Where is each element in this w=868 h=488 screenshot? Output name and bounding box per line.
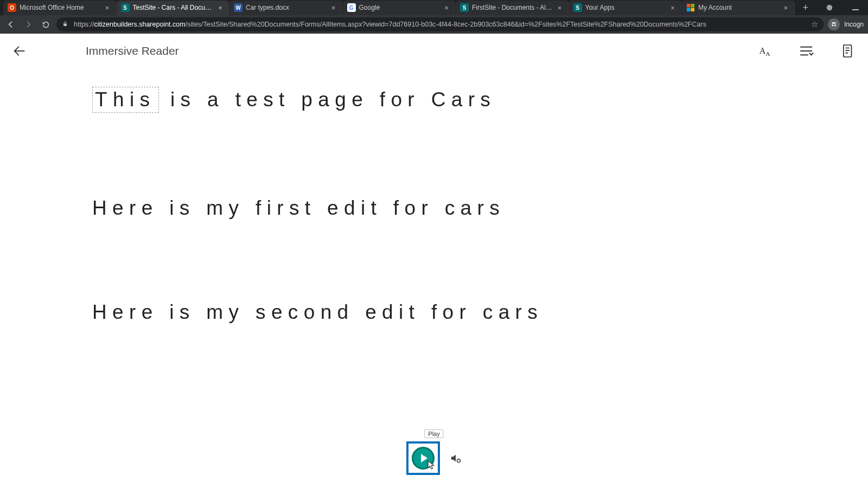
favicon: G bbox=[347, 3, 356, 12]
tab-your-apps[interactable]: SYour Apps× bbox=[569, 1, 682, 15]
toolbar-right: Incogn bbox=[828, 18, 864, 30]
svg-rect-3 bbox=[691, 8, 695, 12]
grammar-options-button[interactable] bbox=[797, 41, 817, 61]
tab-car-types[interactable]: WCar types.docx× bbox=[229, 1, 342, 15]
svg-rect-6 bbox=[63, 23, 67, 26]
tab-close-icon[interactable]: × bbox=[443, 4, 450, 11]
reader-toolbar: AA bbox=[756, 41, 858, 61]
reader-content: This is a test page for Cars Here is my … bbox=[0, 87, 868, 324]
play-button[interactable] bbox=[406, 441, 440, 475]
svg-rect-0 bbox=[687, 4, 691, 8]
favicon: S bbox=[573, 3, 582, 12]
tab-testsite-cars[interactable]: STestSite - Cars - All Documents× bbox=[117, 1, 229, 15]
svg-point-7 bbox=[832, 24, 834, 27]
play-icon bbox=[421, 454, 427, 463]
svg-rect-11 bbox=[844, 45, 852, 57]
tab-title: FirstSite - Documents - All Docu… bbox=[472, 4, 553, 11]
extensions-icon[interactable] bbox=[826, 4, 833, 11]
tab-title: TestSite - Cars - All Documents bbox=[133, 4, 214, 11]
incognito-label: Incogn bbox=[844, 21, 864, 28]
tab-title: Microsoft Office Home bbox=[20, 4, 100, 11]
new-tab-button[interactable]: + bbox=[803, 3, 809, 12]
star-icon[interactable]: ☆ bbox=[811, 20, 818, 29]
tab-firstsite-docs[interactable]: SFirstSite - Documents - All Docu…× bbox=[456, 1, 569, 15]
svg-point-4 bbox=[827, 5, 833, 11]
favicon: S bbox=[121, 3, 130, 12]
svg-rect-2 bbox=[687, 8, 691, 12]
paragraph-1-rest: is a test page for Cars bbox=[159, 88, 496, 111]
svg-text:A: A bbox=[760, 46, 766, 55]
tab-close-icon[interactable]: × bbox=[216, 4, 224, 11]
cursor-icon bbox=[427, 460, 436, 470]
address-bar[interactable]: https://citizenbuilders.sharepoint.com/s… bbox=[56, 17, 824, 31]
browser-chrome: OMicrosoft Office Home×STestSite - Cars … bbox=[0, 0, 868, 34]
tab-title: My Account bbox=[698, 4, 779, 11]
tab-close-icon[interactable]: × bbox=[556, 4, 564, 11]
incognito-avatar[interactable] bbox=[828, 18, 840, 30]
nav-reload-button[interactable] bbox=[39, 18, 52, 31]
text-preferences-button[interactable]: AA bbox=[756, 41, 776, 61]
reader-header: Immersive Reader AA bbox=[0, 34, 868, 68]
nav-back-button[interactable] bbox=[4, 18, 17, 31]
tab-title: Your Apps bbox=[585, 4, 666, 11]
tabstrip-controls: + bbox=[795, 3, 865, 12]
playback-controls: Play bbox=[0, 441, 868, 475]
paragraph-3: Here is my second edit for cars bbox=[92, 301, 868, 324]
url-host: citizenbuilders.sharepoint.com bbox=[94, 21, 186, 28]
tab-office-home[interactable]: OMicrosoft Office Home× bbox=[3, 1, 116, 15]
svg-rect-1 bbox=[691, 4, 695, 8]
address-row: https://citizenbuilders.sharepoint.com/s… bbox=[0, 15, 868, 34]
lock-icon bbox=[62, 21, 69, 29]
svg-text:A: A bbox=[765, 50, 770, 57]
tab-title: Car types.docx bbox=[246, 4, 327, 11]
tab-close-icon[interactable]: × bbox=[669, 4, 676, 11]
url-scheme: https:// bbox=[74, 21, 94, 28]
tab-google[interactable]: GGoogle× bbox=[343, 1, 456, 15]
favicon: O bbox=[8, 3, 16, 12]
tab-close-icon[interactable]: × bbox=[782, 4, 790, 11]
window-minimize-button[interactable] bbox=[852, 4, 859, 11]
voice-settings-button[interactable] bbox=[450, 452, 462, 464]
paragraph-2: Here is my first edit for cars bbox=[92, 197, 868, 220]
play-tooltip: Play bbox=[424, 429, 443, 438]
svg-rect-5 bbox=[852, 9, 859, 10]
tab-close-icon[interactable]: × bbox=[330, 4, 337, 11]
favicon bbox=[686, 3, 695, 12]
paragraph-1: This is a test page for Cars bbox=[92, 87, 868, 113]
tab-title: Google bbox=[359, 4, 440, 11]
reader-back-button[interactable] bbox=[10, 41, 29, 61]
nav-forward-button[interactable] bbox=[22, 18, 35, 31]
url-path: /sites/TestSite/Shared%20Documents/Forms… bbox=[186, 21, 706, 28]
reader-title: Immersive Reader bbox=[86, 44, 179, 57]
reading-preferences-button[interactable] bbox=[839, 41, 858, 61]
tab-strip: OMicrosoft Office Home×STestSite - Cars … bbox=[0, 0, 868, 15]
url-text: https://citizenbuilders.sharepoint.com/s… bbox=[74, 21, 807, 28]
tab-my-account[interactable]: My Account× bbox=[682, 1, 795, 15]
svg-point-8 bbox=[834, 24, 837, 27]
favicon: W bbox=[234, 3, 242, 12]
tab-close-icon[interactable]: × bbox=[104, 4, 111, 11]
favicon: S bbox=[460, 3, 469, 12]
highlighted-word: This bbox=[92, 87, 159, 113]
page: Immersive Reader AA This is a test page … bbox=[0, 34, 868, 488]
